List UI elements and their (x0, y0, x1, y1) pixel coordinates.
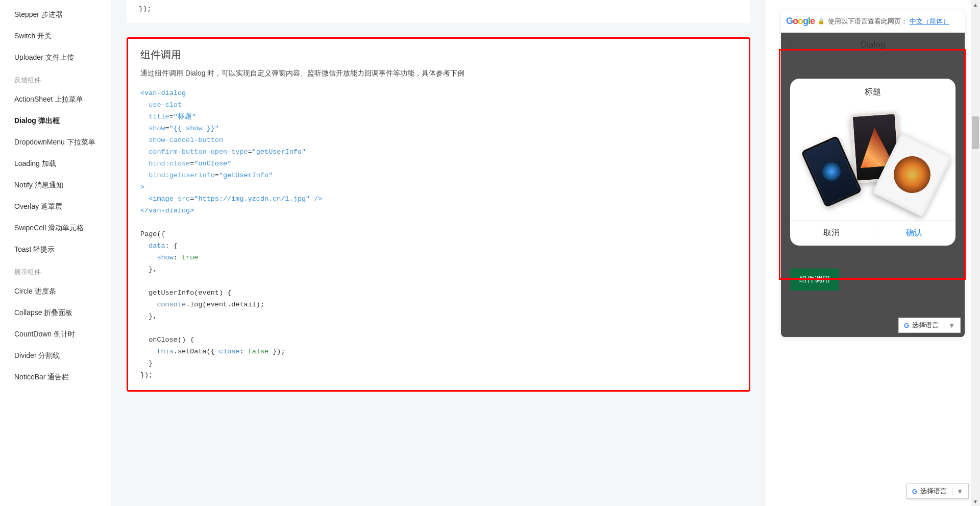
language-select-floating-label: 选择语言 (920, 487, 947, 496)
sidebar: Stepper 步进器 Switch 开关 Uploader 文件上传 反馈组件… (0, 0, 111, 506)
dialog-popup: 标题 取消 确认 (790, 79, 955, 246)
section-desc: 通过组件调用 Dialog 时，可以实现自定义弹窗内容、监听微信开放能力回调事件… (140, 69, 737, 78)
nav-collapse[interactable]: Collapse 折叠面板 (0, 302, 111, 324)
nav-uploader[interactable]: Uploader 文件上传 (0, 47, 111, 68)
dialog-title: 标题 (790, 79, 955, 103)
translate-bar: Google 🔒 使用以下语言查看此网页： 中文（简体） (781, 10, 965, 33)
nav-toast[interactable]: Toast 轻提示 (0, 239, 111, 260)
section-component-usage: 组件调用 通过组件调用 Dialog 时，可以实现自定义弹窗内容、监听微信开放能… (127, 37, 750, 392)
nav-dialog[interactable]: Dialog 弹出框 (0, 110, 111, 132)
nav-swipecell[interactable]: SwipeCell 滑动单元格 (0, 218, 111, 239)
nav-switch[interactable]: Switch 开关 (0, 26, 111, 47)
google-g-icon: G (912, 488, 917, 495)
chevron-down-icon: ▼ (944, 322, 955, 329)
translate-text: 使用以下语言查看此网页： (828, 17, 908, 26)
nav-dropdownmenu[interactable]: DropdownMenu 下拉菜单 (0, 132, 111, 153)
code-template: <van-dialog use-slot title="标题" show="{{… (140, 87, 737, 381)
nav-section-feedback: 反馈组件 (0, 68, 111, 89)
nav-circle[interactable]: Circle 进度条 (0, 281, 111, 302)
scrollbar[interactable]: ▲ ▼ (971, 0, 980, 506)
nav-loading[interactable]: Loading 加载 (0, 153, 111, 175)
language-select-inline[interactable]: G 选择语言 ▼ (898, 318, 961, 333)
nav-noticebar[interactable]: NoticeBar 通告栏 (0, 367, 111, 388)
nav-notify[interactable]: Notify 消息通知 (0, 175, 111, 196)
prev-code-tail: }); (139, 3, 738, 15)
nav-overlay[interactable]: Overlay 遮罩层 (0, 196, 111, 218)
demo-preview: Google 🔒 使用以下语言查看此网页： 中文（简体） ‹ Dialog 组件… (781, 10, 965, 337)
confirm-button[interactable]: 确认 (873, 221, 956, 246)
google-g-icon: G (904, 322, 909, 329)
cancel-button[interactable]: 取消 (790, 221, 873, 246)
tablet-illustration (806, 113, 939, 210)
chevron-down-icon: ▼ (952, 488, 963, 495)
prev-code-card: }); (127, 0, 750, 23)
behind-component-button[interactable]: 组件调用 (790, 269, 839, 291)
nav-stepper[interactable]: Stepper 步进器 (0, 4, 111, 26)
google-logo: Google (786, 16, 815, 27)
dialog-buttons: 取消 确认 (790, 220, 955, 246)
nav-divider[interactable]: Divider 分割线 (0, 345, 111, 367)
language-select-label: 选择语言 (912, 321, 939, 330)
nav-actionsheet[interactable]: ActionSheet 上拉菜单 (0, 89, 111, 110)
nav-countdown[interactable]: CountDown 倒计时 (0, 324, 111, 345)
nav-section-display: 展示组件 (0, 260, 111, 281)
language-select-floating[interactable]: G 选择语言 ▼ (906, 484, 969, 499)
dialog-image (790, 103, 955, 220)
device-body: ‹ Dialog 组件调用 标题 取消 确认 G 选择语言 ▼ (781, 33, 965, 337)
scroll-down-icon[interactable]: ▼ (971, 497, 980, 506)
main-content: }); 组件调用 通过组件调用 Dialog 时，可以实现自定义弹窗内容、监听微… (111, 0, 766, 506)
lock-icon: 🔒 (818, 18, 825, 25)
scroll-thumb[interactable] (972, 116, 979, 149)
scroll-up-icon[interactable]: ▲ (971, 0, 980, 9)
section-title: 组件调用 (140, 48, 737, 62)
translate-link[interactable]: 中文（简体） (910, 17, 949, 26)
